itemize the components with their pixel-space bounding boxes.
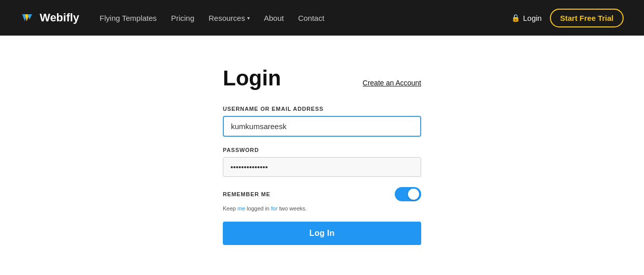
keep-logged-me: me [238,205,245,211]
logo[interactable]: Webifly [20,10,79,26]
nav-right: 🔒 Login Start Free Trial [511,9,624,27]
resources-chevron-icon: ▾ [247,15,250,21]
logo-text: Webifly [40,11,79,24]
toggle-thumb [408,189,419,200]
login-title: Login [223,66,281,90]
login-header: Login Create an Account [223,66,421,90]
nav-resources[interactable]: Resources ▾ [209,14,250,22]
main-nav: Webifly Flying Templates Pricing Resourc… [0,0,644,36]
nav-links: Flying Templates Pricing Resources ▾ Abo… [100,14,325,22]
remember-me-label: REMEMBER ME [223,191,270,197]
password-input[interactable] [223,157,421,177]
password-label: PASSWORD [223,147,421,153]
svg-rect-0 [20,10,37,26]
page-content: Login Create an Account USERNAME OR EMAI… [0,36,644,275]
keep-logged-for: for [271,205,278,211]
remember-me-toggle[interactable] [395,187,421,201]
remember-row: REMEMBER ME [223,187,421,201]
nav-about[interactable]: About [264,14,284,22]
username-group: USERNAME OR EMAIL ADDRESS [223,106,421,137]
login-button[interactable]: Log In [223,222,421,245]
nav-left: Webifly Flying Templates Pricing Resourc… [20,10,325,26]
username-label: USERNAME OR EMAIL ADDRESS [223,106,421,112]
password-group: PASSWORD [223,147,421,177]
create-account-link[interactable]: Create an Account [363,79,421,87]
login-container: Login Create an Account USERNAME OR EMAI… [223,66,421,245]
lock-icon: 🔒 [511,14,520,22]
nav-contact[interactable]: Contact [298,14,325,22]
login-link[interactable]: 🔒 Login [511,14,542,22]
username-input[interactable] [223,116,421,137]
logo-icon [20,10,37,26]
keep-logged-text: Keep me logged in for two weeks. [223,205,421,211]
logo-w: W [40,11,50,24]
start-trial-button[interactable]: Start Free Trial [550,9,624,27]
nav-pricing[interactable]: Pricing [171,14,194,22]
nav-flying-templates[interactable]: Flying Templates [100,14,157,22]
